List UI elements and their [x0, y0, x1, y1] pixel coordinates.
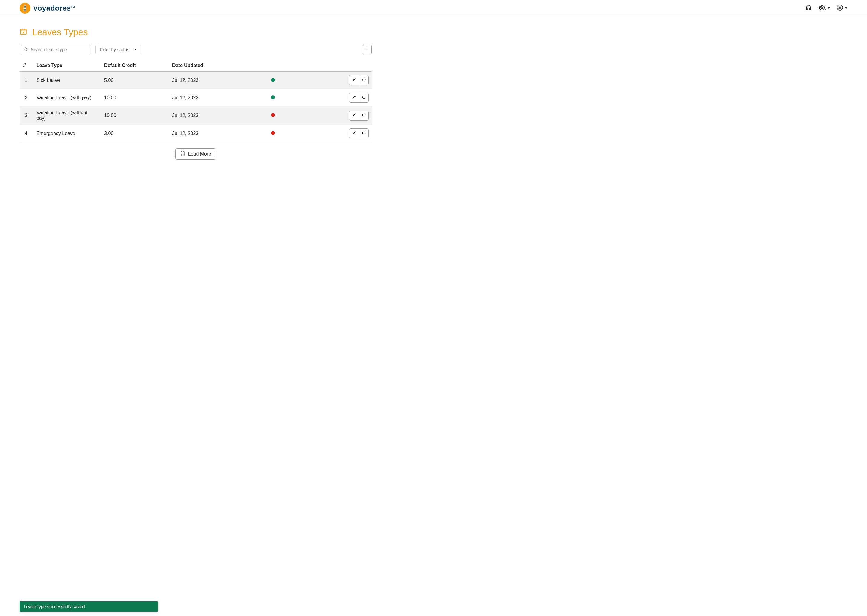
cell-type: Vacation Leave (with pay)	[33, 89, 101, 107]
power-icon	[362, 78, 366, 83]
cell-type: Vacation Leave (without pay)	[33, 107, 101, 125]
status-dot	[271, 113, 275, 117]
th-type: Leave Type	[33, 60, 101, 72]
search-icon	[24, 47, 28, 52]
edit-button[interactable]	[349, 129, 359, 138]
cell-num: 3	[20, 107, 33, 125]
toggle-button[interactable]	[359, 93, 369, 102]
pencil-icon	[352, 113, 356, 118]
power-icon	[362, 95, 366, 101]
toggle-button[interactable]	[359, 75, 369, 85]
toggle-button[interactable]	[359, 111, 369, 120]
status-dot	[271, 95, 275, 99]
edit-button[interactable]	[349, 75, 359, 85]
svg-line-17	[26, 50, 27, 50]
leave-types-table: # Leave Type Default Credit Date Updated…	[20, 60, 372, 142]
chevron-down-icon	[845, 7, 847, 9]
cell-credit: 5.00	[101, 72, 169, 89]
svg-point-16	[24, 47, 27, 50]
power-icon	[362, 113, 366, 118]
cell-actions	[345, 89, 372, 107]
chevron-down-icon	[134, 49, 137, 50]
cell-status	[267, 72, 345, 89]
cell-credit: 10.00	[101, 107, 169, 125]
pencil-icon	[352, 95, 356, 101]
cell-type: Sick Leave	[33, 72, 101, 89]
cell-date: Jul 12, 2023	[169, 89, 267, 107]
load-more-label: Load More	[188, 151, 211, 157]
nav-team[interactable]	[818, 4, 830, 12]
table-row: 4Emergency Leave3.00Jul 12, 2023	[20, 125, 372, 142]
svg-point-5	[821, 5, 823, 7]
home-icon	[805, 4, 812, 12]
cell-actions	[345, 72, 372, 89]
user-circle-icon	[837, 4, 843, 12]
th-date: Date Updated	[169, 60, 267, 72]
svg-point-6	[819, 6, 820, 7]
cell-actions	[345, 107, 372, 125]
chevron-down-icon	[828, 7, 830, 9]
row-actions	[349, 75, 369, 85]
page-title-row: Leaves Types	[20, 27, 372, 37]
page-title: Leaves Types	[32, 27, 88, 37]
cell-date: Jul 12, 2023	[169, 72, 267, 89]
edit-button[interactable]	[349, 111, 359, 120]
table-row: 2Vacation Leave (with pay)10.00Jul 12, 2…	[20, 89, 372, 107]
cell-actions	[345, 125, 372, 142]
cell-credit: 10.00	[101, 89, 169, 107]
table-row: 3Vacation Leave (without pay)10.00Jul 12…	[20, 107, 372, 125]
brand[interactable]: voyadoresTM	[20, 3, 75, 14]
refresh-icon	[180, 151, 185, 157]
nav-home[interactable]	[805, 4, 812, 12]
th-actions	[345, 60, 372, 72]
svg-point-7	[824, 6, 825, 7]
cell-date: Jul 12, 2023	[169, 107, 267, 125]
th-credit: Default Credit	[101, 60, 169, 72]
status-dot	[271, 78, 275, 82]
cell-status	[267, 107, 345, 125]
filter-label: Filter by status	[100, 47, 129, 52]
calendar-x-icon	[20, 28, 27, 37]
cell-status	[267, 125, 345, 142]
table-header-row: # Leave Type Default Credit Date Updated	[20, 60, 372, 72]
add-button[interactable]	[362, 44, 372, 55]
row-actions	[349, 93, 369, 102]
svg-point-1	[24, 4, 25, 5]
th-num: #	[20, 60, 33, 72]
svg-rect-10	[20, 29, 27, 34]
cell-status	[267, 89, 345, 107]
pencil-icon	[352, 131, 356, 136]
cell-type: Emergency Leave	[33, 125, 101, 142]
row-actions	[349, 129, 369, 138]
users-icon	[818, 4, 826, 12]
svg-rect-2	[24, 6, 27, 7]
svg-rect-3	[24, 8, 27, 9]
svg-rect-4	[24, 9, 27, 10]
row-actions	[349, 111, 369, 121]
search-input[interactable]	[31, 47, 87, 52]
nav-account[interactable]	[837, 4, 847, 12]
toolbar: Filter by status	[20, 44, 372, 55]
brand-logo-icon	[20, 3, 30, 14]
cell-credit: 3.00	[101, 125, 169, 142]
filter-status-select[interactable]: Filter by status	[95, 44, 141, 55]
toggle-button[interactable]	[359, 129, 369, 138]
load-more-wrap: Load More	[20, 148, 372, 160]
topbar: voyadoresTM	[0, 0, 867, 16]
power-icon	[362, 131, 366, 136]
th-status	[267, 60, 345, 72]
main-content: Leaves Types Filter by status	[0, 16, 391, 169]
table-row: 1Sick Leave5.00Jul 12, 2023	[20, 72, 372, 89]
brand-name: voyadoresTM	[33, 4, 75, 13]
search-box[interactable]	[20, 44, 91, 55]
cell-num: 1	[20, 72, 33, 89]
pencil-icon	[352, 78, 356, 83]
load-more-button[interactable]: Load More	[175, 148, 216, 160]
svg-point-9	[839, 6, 841, 8]
status-dot	[271, 131, 275, 135]
edit-button[interactable]	[349, 93, 359, 102]
cell-num: 2	[20, 89, 33, 107]
cell-date: Jul 12, 2023	[169, 125, 267, 142]
topbar-right	[805, 4, 847, 12]
cell-num: 4	[20, 125, 33, 142]
